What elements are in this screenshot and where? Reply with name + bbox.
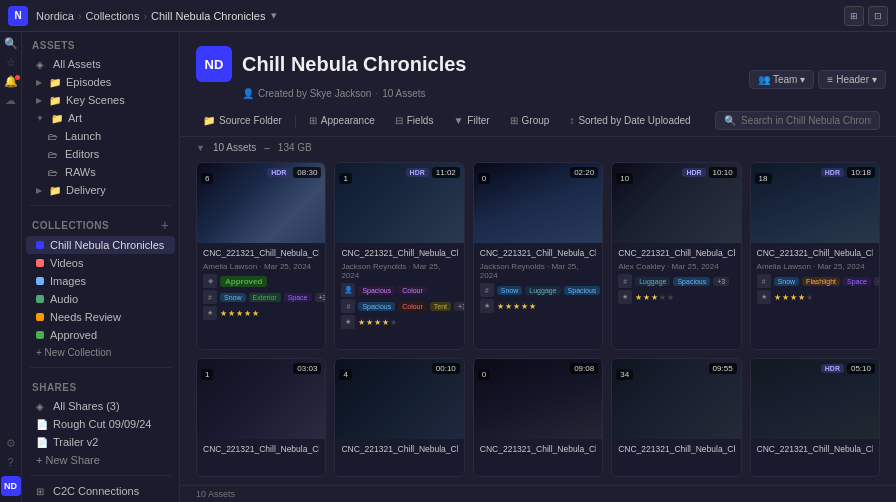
asset-info: CNC_221321_Chill_Nebula_Chronicles_Premi… xyxy=(612,439,740,462)
breadcrumb-collections[interactable]: Collections xyxy=(86,10,140,22)
thumb-left-badges: 1 xyxy=(339,167,351,185)
topbar-actions: ⊞ ⊡ xyxy=(844,6,888,26)
thumb-left-badges: 0 xyxy=(478,363,490,381)
asset-card[interactable]: 10 HDR 10:10 CNC_221321_Chill_Nebula_Chr… xyxy=(611,162,741,350)
asset-meta: Jackson Reynolds · Mar 25, 2024 xyxy=(341,262,457,280)
asset-card[interactable]: 1 HDR 11:02 CNC_221321_Chill_Nebula_Chro… xyxy=(334,162,464,350)
asset-card[interactable]: 18 HDR 10:18 CNC_221321_Chill_Nebula_Chr… xyxy=(750,162,880,350)
folder-icon: 📁 xyxy=(203,115,215,126)
asset-card[interactable]: HDR 05:10 CNC_221321_Chill_Nebula_Chroni… xyxy=(750,358,880,477)
header-icon: ≡ xyxy=(827,74,833,85)
stars: ★★★★★ xyxy=(774,293,813,302)
asset-filename: CNC_221321_Chill_Nebula_Chronicles_Premi… xyxy=(203,444,319,455)
collection-item-images[interactable]: Images xyxy=(26,272,175,290)
sidebar-item-art[interactable]: ▼ 📁 Art xyxy=(26,109,175,127)
collection-item-chill-nebula[interactable]: Chill Nebula Chronicles xyxy=(26,236,175,254)
number-badge: 34 xyxy=(616,369,633,380)
thumb-right-badges: HDR 10:10 xyxy=(682,167,736,178)
hdr-badge: HDR xyxy=(406,168,429,177)
tag: Tent xyxy=(430,302,451,311)
asset-card[interactable]: 6 HDR 08:30 CNC_221321_Chill_Nebula_Chro… xyxy=(196,162,326,350)
filter-button[interactable]: ▼ Filter xyxy=(446,112,496,129)
tag: Space xyxy=(843,277,871,286)
window-icon-2[interactable]: ⊡ xyxy=(868,6,888,26)
collection-item-needs-review[interactable]: Needs Review xyxy=(26,308,175,326)
window-icon-1[interactable]: ⊞ xyxy=(844,6,864,26)
asset-card[interactable]: 0 09:08 CNC_221321_Chill_Nebula_Chronicl… xyxy=(473,358,603,477)
tag: +3 xyxy=(454,302,465,311)
asset-filename: CNC_221321_Chill_Nebula_Chronicles_Premi… xyxy=(757,444,873,455)
collection-item-audio[interactable]: Audio xyxy=(26,290,175,308)
sidebar-item-editors[interactable]: 🗁 Editors xyxy=(26,145,175,163)
appearance-button[interactable]: ⊞ Appearance xyxy=(302,112,382,129)
add-collection-button[interactable]: + xyxy=(161,218,169,232)
star-4: ★ xyxy=(521,302,528,311)
launch-icon: 🗁 xyxy=(48,131,60,142)
rating-row: ★ ★★★★★ xyxy=(203,306,319,320)
tags-icon: # xyxy=(480,283,494,297)
tag: Spacious xyxy=(564,286,601,295)
sidebar-item-all-shares[interactable]: ◈ All Shares (3) xyxy=(26,397,175,415)
sidebar-item-rough-cut[interactable]: 📄 Rough Cut 09/09/24 xyxy=(26,415,175,433)
tag: Colour xyxy=(398,302,427,311)
cloud-icon[interactable]: ☁ xyxy=(5,95,16,106)
new-collection-button[interactable]: + New Collection xyxy=(26,344,175,361)
team-button[interactable]: 👥 Team ▾ xyxy=(749,70,814,89)
sidebar-item-delivery[interactable]: ▶ 📁 Delivery xyxy=(26,181,175,199)
breadcrumb: Nordica › Collections › Chill Nebula Chr… xyxy=(36,9,277,22)
breadcrumb-chevron[interactable]: ▾ xyxy=(271,9,277,22)
new-share-button[interactable]: + New Share xyxy=(26,451,175,469)
hdr-badge: HDR xyxy=(267,168,290,177)
arrow-icon: ▼ xyxy=(196,143,205,153)
sidebar-item-trailer[interactable]: 📄 Trailer v2 xyxy=(26,433,175,451)
asset-meta: Amelia Lawson · Mar 25, 2024 xyxy=(757,262,873,271)
sidebar-item-raws[interactable]: 🗁 RAWs xyxy=(26,163,175,181)
thumb-right-badges: HDR 11:02 xyxy=(406,167,460,178)
sidebar-item-all-assets[interactable]: ◈ All Assets xyxy=(26,55,175,73)
tag: +3 xyxy=(713,277,729,286)
search-input[interactable] xyxy=(741,115,871,126)
stars: ★★★★★ xyxy=(220,309,259,318)
collection-item-videos[interactable]: Videos xyxy=(26,254,175,272)
asset-card[interactable]: 4 00:10 CNC_221321_Chill_Nebula_Chronicl… xyxy=(334,358,464,477)
thumb-overlay: 10 HDR 10:10 xyxy=(616,167,736,185)
search-icon[interactable]: 🔍 xyxy=(4,38,18,49)
sidebar-divider-1 xyxy=(30,205,171,206)
asset-card[interactable]: 34 09:55 CNC_221321_Chill_Nebula_Chronic… xyxy=(611,358,741,477)
help-icon[interactable]: ? xyxy=(7,457,13,468)
sidebar-item-c2c[interactable]: ⊞ C2C Connections xyxy=(26,482,175,500)
star-icon[interactable]: ☆ xyxy=(6,57,16,68)
tag: +3 xyxy=(315,293,327,302)
tags-row: # SnowExteriorSpace+3 xyxy=(203,290,319,304)
asset-card[interactable]: 0 02:20 CNC_221321_Chill_Nebula_Chronicl… xyxy=(473,162,603,350)
settings-icon[interactable]: ⚙ xyxy=(6,438,16,449)
hdr-badge: HDR xyxy=(682,168,705,177)
breadcrumb-sep2: › xyxy=(143,10,147,22)
thumb-overlay: 4 00:10 xyxy=(339,363,459,381)
breadcrumb-current: Chill Nebula Chronicles xyxy=(151,10,265,22)
tags-icon: # xyxy=(341,299,355,313)
fields-button[interactable]: ⊟ Fields xyxy=(388,112,441,129)
thumb-right-badges: 00:10 xyxy=(432,363,460,374)
sidebar-item-launch[interactable]: 🗁 Launch xyxy=(26,127,175,145)
sidebar-item-episodes[interactable]: ▶ 📁 Episodes xyxy=(26,73,175,91)
tag: Flashlight xyxy=(802,277,840,286)
asset-thumbnail: 1 03:03 xyxy=(197,359,325,439)
source-folder-button[interactable]: 📁 Source Folder xyxy=(196,112,289,129)
collection-item-approved[interactable]: Approved xyxy=(26,326,175,344)
app-logo[interactable]: N xyxy=(8,6,28,26)
sort-button[interactable]: ↕ Sorted by Date Uploaded xyxy=(562,112,697,129)
number-badge: 4 xyxy=(339,369,351,380)
sidebar-item-key-scenes[interactable]: ▶ 📁 Key Scenes xyxy=(26,91,175,109)
team-chevron: ▾ xyxy=(800,74,805,85)
user-avatar[interactable]: ND xyxy=(1,476,21,496)
header-button[interactable]: ≡ Header ▾ xyxy=(818,70,886,89)
star-2: ★ xyxy=(505,302,512,311)
stars: ★★★★★ xyxy=(358,318,397,327)
star-1: ★ xyxy=(774,293,781,302)
time-badge: 02:20 xyxy=(570,167,598,178)
asset-card[interactable]: 1 03:03 CNC_221321_Chill_Nebula_Chronicl… xyxy=(196,358,326,477)
star-2: ★ xyxy=(228,309,235,318)
asset-thumbnail: 4 00:10 xyxy=(335,359,463,439)
group-button[interactable]: ⊞ Group xyxy=(503,112,557,129)
